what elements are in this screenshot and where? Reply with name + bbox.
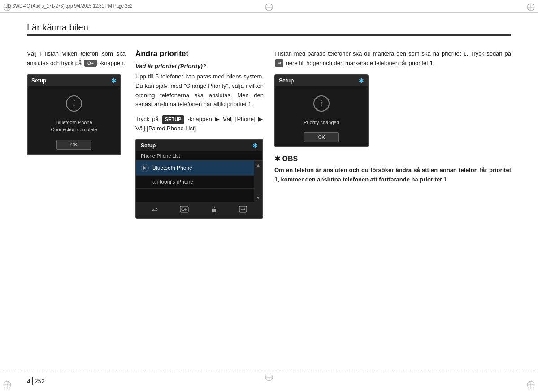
- screen3-ok-button[interactable]: OK: [304, 132, 339, 142]
- page-title-section: Lär känna bilen: [27, 22, 511, 36]
- section-heading: Ändra prioritet: [135, 49, 264, 58]
- screen1-header: Setup ✱: [28, 75, 120, 86]
- title-underline: [27, 34, 511, 36]
- header-page-label: Page: [113, 4, 124, 9]
- obs-text: Om en telefon är ansluten och du försöke…: [274, 166, 511, 185]
- svg-point-21: [182, 208, 184, 211]
- svg-marker-26: [244, 208, 245, 211]
- back-button[interactable]: ↩: [152, 206, 158, 214]
- priority-button[interactable]: [239, 206, 247, 214]
- intro-text: Välj i listan vilken telefon som ska ans…: [27, 49, 126, 68]
- screen3-title: Setup: [279, 78, 294, 84]
- right-col: I listan med parade telefoner ska du mar…: [269, 49, 511, 365]
- svg-point-18: [92, 63, 93, 64]
- screen2-breadcrumb: Phone›Phone List: [136, 151, 262, 161]
- connect-button-icon: [84, 60, 97, 67]
- scroll-up-arrow[interactable]: ▲: [256, 163, 260, 168]
- mid-col: Ändra prioritet Vad är prioritet (Priori…: [130, 49, 269, 365]
- page-title: Lär känna bilen: [27, 22, 511, 33]
- screen3-body: i Priority changed OK: [275, 86, 368, 147]
- setup-label: SETUP: [162, 115, 184, 124]
- arrow-icon: ▶: [215, 116, 223, 122]
- screen2-list: Bluetooth Phone anitooni's iPhone: [136, 161, 254, 202]
- screen3-message: Priority changed: [304, 119, 339, 126]
- info-circle-3: i: [313, 95, 330, 112]
- list-item-1-text: Bluetooth Phone: [152, 165, 192, 171]
- play-icon: [141, 164, 149, 172]
- priority-icon: ⇒: [275, 59, 283, 67]
- main-content: Välj i listan vilken telefon som ska ans…: [27, 49, 511, 365]
- screen2-list-wrap: Bluetooth Phone anitooni's iPhone ▲ ▼: [136, 161, 262, 202]
- obs-heading: ✱ OBS: [274, 155, 511, 163]
- body-text-1: Upp till 5 telefoner kan paras med bilen…: [135, 72, 264, 109]
- subsection-heading: Vad är prioritet (Priority)?: [135, 63, 264, 69]
- arrow-icon-2: ▶: [258, 116, 264, 122]
- screen2-footer: ↩ 🗑: [136, 202, 262, 218]
- screen3-header: Setup ✱: [275, 75, 368, 86]
- obs-section: ✱ OBS Om en telefon är ansluten och du f…: [274, 155, 511, 185]
- header-filename: JD SWD-4C (Audio_171-276).qxp: [5, 4, 73, 9]
- page-number: 252: [35, 378, 45, 385]
- bottom-crosshair: [265, 373, 273, 383]
- list-item-iphone[interactable]: anitooni's iPhone: [136, 176, 254, 189]
- screen1-body: i Bluetooth Phone Connection complete OK: [28, 86, 120, 154]
- info-circle-1: i: [66, 95, 82, 112]
- instruction-text: Tryck på SETUP -knappen ▶ Välj [Phone] ▶…: [135, 115, 264, 134]
- list-item-2-text: anitooni's iPhone: [152, 179, 193, 185]
- bluetooth-icon-2: ✱: [252, 142, 258, 149]
- page-number-prefix: 4: [27, 378, 30, 385]
- screen1-message: Bluetooth Phone Connection complete: [51, 119, 97, 134]
- list-item-empty-1: [136, 189, 254, 202]
- screen-mockup-3: Setup ✱ i Priority changed OK: [274, 74, 369, 148]
- bluetooth-icon-1: ✱: [111, 77, 117, 84]
- right-body-text: I listan med parade telefoner ska du mar…: [274, 49, 511, 68]
- header-time: 12:31 PM: [93, 4, 112, 9]
- scroll-down-arrow[interactable]: ▼: [256, 195, 260, 200]
- svg-marker-19: [143, 166, 147, 170]
- add-button[interactable]: [180, 206, 189, 214]
- left-col: Välj i listan vilken telefon som ska ans…: [27, 49, 130, 365]
- header-page-num: 252: [125, 4, 133, 9]
- header-bar: JD SWD-4C (Audio_171-276).qxp 9/4/2015 1…: [0, 0, 538, 13]
- list-item-bluetooth[interactable]: Bluetooth Phone: [136, 161, 254, 176]
- delete-button[interactable]: 🗑: [211, 206, 217, 213]
- bluetooth-icon-3: ✱: [359, 77, 364, 84]
- screen1-title: Setup: [31, 78, 46, 84]
- scroll-column: ▲ ▼: [254, 161, 262, 202]
- page-separator: [32, 377, 33, 385]
- screen2-title: Setup: [141, 142, 156, 149]
- screen1-ok-button[interactable]: OK: [56, 140, 91, 150]
- header-date: 9/4/2015: [74, 4, 91, 9]
- screen-mockup-1: Setup ✱ i Bluetooth Phone Connection com…: [27, 74, 121, 155]
- screen2-header: Setup ✱: [136, 140, 262, 151]
- screen-mockup-2: Setup ✱ Phone›Phone List Bluetooth Phone…: [135, 139, 263, 219]
